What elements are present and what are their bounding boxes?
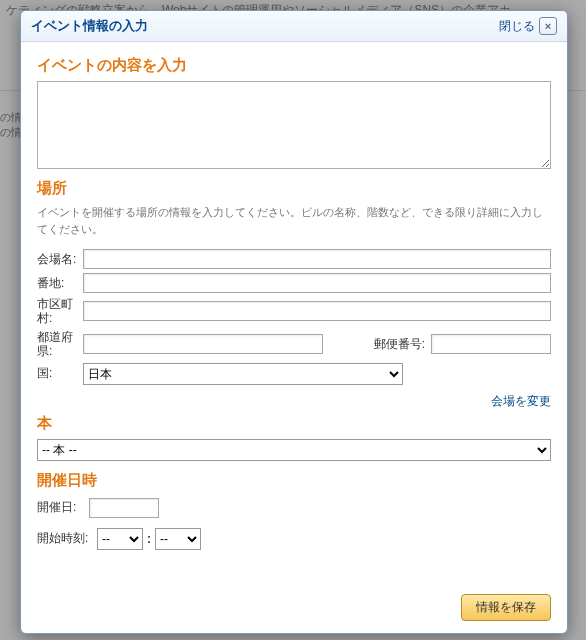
save-button[interactable]: 情報を保存: [461, 594, 551, 621]
country-label: 国:: [37, 366, 83, 380]
prefecture-input[interactable]: [83, 334, 323, 354]
postal-label: 郵便番号:: [374, 337, 425, 351]
time-label: 開始時刻:: [37, 531, 97, 545]
close-icon[interactable]: ×: [539, 17, 557, 35]
time-separator: :: [147, 532, 151, 546]
change-venue-link[interactable]: 会場を変更: [491, 394, 551, 408]
modal-header: イベント情報の入力 閉じる ×: [21, 11, 567, 42]
country-select[interactable]: 日本: [83, 363, 403, 385]
street-label: 番地:: [37, 276, 83, 290]
prefecture-label: 都道府県:: [37, 330, 83, 359]
venue-label: 会場名:: [37, 252, 83, 266]
location-heading: 場所: [37, 179, 551, 198]
venue-input[interactable]: [83, 249, 551, 269]
hour-select[interactable]: --: [97, 528, 143, 550]
city-input[interactable]: [83, 301, 551, 321]
modal-footer: 情報を保存: [37, 584, 551, 621]
date-label: 開催日:: [37, 500, 89, 514]
close-label: 閉じる: [499, 18, 535, 35]
street-input[interactable]: [83, 273, 551, 293]
modal-body: イベントの内容を入力 場所 イベントを開催する場所の情報を入力してください。ビル…: [21, 42, 567, 633]
city-label: 市区町村:: [37, 297, 83, 326]
background-side-text: の情 の情: [0, 110, 22, 141]
book-heading: 本: [37, 414, 551, 433]
page-backdrop: ケティングの戦略立案から、Webサイトの管理運用やソーシャルメディア（SNS）の…: [0, 0, 586, 640]
content-heading: イベントの内容を入力: [37, 56, 551, 75]
event-info-modal: イベント情報の入力 閉じる × イベントの内容を入力 場所 イベントを開催する場…: [20, 10, 568, 634]
location-subtext: イベントを開催する場所の情報を入力してください。ビルの名称、階数など、できる限り…: [37, 204, 551, 237]
minute-select[interactable]: --: [155, 528, 201, 550]
close-button[interactable]: 閉じる ×: [499, 17, 557, 35]
postal-input[interactable]: [431, 334, 551, 354]
book-select[interactable]: -- 本 --: [37, 439, 551, 461]
event-content-textarea[interactable]: [37, 81, 551, 169]
datetime-heading: 開催日時: [37, 471, 551, 490]
modal-title: イベント情報の入力: [31, 17, 148, 35]
date-input[interactable]: [89, 498, 159, 518]
